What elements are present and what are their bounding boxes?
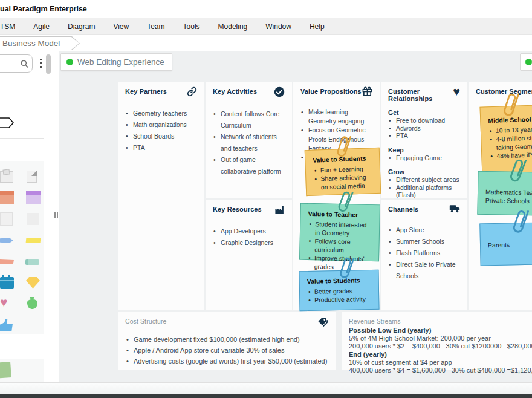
title-bar: ual Paradigm Enterprise bbox=[0, 0, 532, 18]
tab-business-model[interactable]: Business Model bbox=[0, 36, 80, 50]
blue-thumbs-up-icon[interactable] bbox=[4, 318, 19, 333]
truck-icon bbox=[449, 204, 460, 216]
group-header: Get bbox=[388, 108, 464, 117]
bullet-item: Different subject areas bbox=[388, 176, 464, 184]
green-card-icon[interactable] bbox=[0, 359, 16, 373]
section-title: Customer Relationships bbox=[388, 88, 453, 102]
section-cost-structure[interactable]: Cost Structure Game development fixed $1… bbox=[118, 312, 336, 370]
scrollbar-thumb[interactable] bbox=[46, 54, 51, 74]
sticky-note-parents[interactable]: Parents bbox=[479, 221, 532, 266]
bullet-item: Game development fixed $100,000 (estimat… bbox=[125, 334, 332, 345]
group-header: Keep bbox=[388, 146, 464, 154]
bullet-item: Apple / Android App store cut variable 3… bbox=[125, 345, 332, 356]
section-title: Key Activities bbox=[213, 88, 257, 95]
hexagon-shape-tool[interactable] bbox=[0, 117, 15, 129]
bullet-item: Content follows Core Curriculum bbox=[213, 108, 288, 131]
bullet-item: Adwords bbox=[388, 125, 464, 132]
note-bullet: Productive activity bbox=[307, 295, 371, 304]
shape-palette-sidebar: ♥ bbox=[0, 51, 44, 382]
purple-sticky-note-icon[interactable] bbox=[25, 191, 41, 206]
section-title: Cost Structure bbox=[125, 318, 167, 325]
section-channels[interactable]: Channels App StoreSummer SchoolsFlash Pl… bbox=[381, 200, 467, 310]
palette-section-shapes bbox=[0, 106, 44, 139]
pink-heart-icon[interactable]: ♥ bbox=[4, 297, 19, 312]
note-bullet: Improve students' grades bbox=[307, 253, 372, 272]
panel-divider[interactable] bbox=[53, 51, 59, 382]
status-bar bbox=[0, 382, 532, 394]
gray-sticky-note-icon[interactable] bbox=[4, 170, 19, 184]
teal-eraser-icon[interactable] bbox=[25, 255, 41, 269]
yellow-highlight-icon[interactable] bbox=[25, 233, 41, 248]
heart-icon: ♥ bbox=[453, 86, 460, 98]
bullet-item: App Developers bbox=[213, 226, 288, 237]
gray-note-icon[interactable] bbox=[4, 212, 19, 227]
section-title: Key Partners bbox=[125, 88, 167, 95]
bullet-item: Summer Schools bbox=[388, 236, 464, 247]
gift-icon bbox=[362, 86, 372, 99]
palette-section-blank bbox=[0, 82, 44, 106]
bullet-item: PTA bbox=[388, 132, 464, 140]
factory-icon bbox=[274, 204, 285, 217]
menu-item[interactable]: Tools bbox=[183, 22, 200, 31]
bullet-item: Advertising costs (google ad words) firs… bbox=[125, 356, 332, 367]
section-customer-relationships[interactable]: Customer Relationships ♥ Get Free to dow… bbox=[381, 82, 467, 198]
bullet-item: Math organizations bbox=[125, 119, 201, 131]
blue-calendar-icon[interactable] bbox=[4, 276, 19, 290]
blue-pencil-icon[interactable] bbox=[4, 233, 19, 248]
sidebar-scroll-track bbox=[44, 51, 53, 382]
menu-item[interactable]: Window bbox=[265, 22, 291, 31]
menu-item[interactable]: Agile bbox=[33, 22, 50, 31]
tab-bar: Business Model bbox=[0, 35, 532, 51]
collaborator-presence-badge-right[interactable] bbox=[520, 53, 532, 71]
section-key-partners[interactable]: Key Partners Geometry teachersMath organ… bbox=[118, 82, 204, 310]
menu-item[interactable]: View bbox=[113, 22, 129, 31]
menu-bar: TSMAgileDiagramViewTeamToolsModelingWind… bbox=[0, 18, 532, 35]
bullet-item: Engaging Game bbox=[388, 154, 464, 162]
gray-square-note-icon[interactable] bbox=[25, 212, 41, 227]
section-key-activities[interactable]: Key Activities Content follows Core Curr… bbox=[206, 82, 292, 198]
menu-item[interactable]: Modeling bbox=[218, 22, 248, 31]
section-revenue-streams[interactable]: Revenue Streams Possible Low End (yearly… bbox=[342, 312, 532, 370]
sticky-note-value-to-students[interactable]: Value to Students Fun + LearningShare ac… bbox=[305, 148, 381, 196]
diagram-canvas[interactable]: Web Editing Experience Key Partners Geom… bbox=[59, 51, 532, 382]
section-title: Key Resources bbox=[213, 206, 262, 213]
note-bullet: Student interested in Geometry bbox=[308, 220, 372, 238]
salmon-sticky-note-icon[interactable] bbox=[4, 191, 19, 206]
visual-paradigm-window: ual Paradigm Enterprise TSMAgileDiagramV… bbox=[0, 0, 532, 398]
note-bullet: Share achieving on social media bbox=[313, 172, 373, 191]
menu-item[interactable]: TSM bbox=[0, 22, 15, 31]
revenue-line: Possible Low End (yearly) bbox=[349, 327, 532, 334]
bullet-item: Additional platforms (Flash) bbox=[388, 184, 464, 199]
folded-note-icon[interactable] bbox=[25, 170, 41, 184]
revenue-line: 200,000 users * $2 = $400,000 - 30% cut … bbox=[349, 342, 532, 350]
collapse-handle-icon[interactable] bbox=[54, 212, 58, 218]
search-icon bbox=[20, 59, 29, 68]
note-bullet: Follows core curriculum bbox=[307, 237, 372, 255]
bullet-item: Free to download bbox=[388, 117, 464, 125]
more-options-icon[interactable] bbox=[40, 59, 42, 68]
salmon-ribbon-icon[interactable] bbox=[4, 255, 19, 269]
menu-item[interactable]: Diagram bbox=[68, 22, 95, 31]
revenue-line: End (yearly) bbox=[349, 351, 532, 359]
section-title: Channels bbox=[388, 206, 418, 213]
link-icon bbox=[187, 86, 197, 99]
presence-label: Web Editing Experience bbox=[77, 57, 164, 67]
sticker-palette-2 bbox=[0, 359, 44, 382]
section-key-resources[interactable]: Key Resources App DevelopersGraphic Desi… bbox=[206, 200, 292, 310]
yellow-gem-icon[interactable] bbox=[25, 276, 41, 290]
menu-item[interactable]: Team bbox=[147, 22, 164, 31]
bullet-item: Make learning Geometry engaging bbox=[300, 108, 376, 126]
search-input[interactable] bbox=[0, 54, 33, 73]
sticky-note-value-to-teacher[interactable]: Value to Teacher Student interested in G… bbox=[299, 203, 380, 262]
note-bullet: 4-8 million students taking Geometry bbox=[488, 132, 532, 152]
bullet-item: Direct Sale to Private Schools bbox=[388, 259, 464, 282]
check-circle-icon bbox=[274, 86, 285, 100]
collaborator-presence-badge[interactable]: Web Editing Experience bbox=[60, 53, 172, 71]
bullet-item: Out of game collaborative platform bbox=[213, 154, 288, 177]
window-title: ual Paradigm Enterprise bbox=[0, 5, 87, 13]
green-moneybag-icon[interactable] bbox=[25, 297, 41, 312]
tags-icon bbox=[317, 316, 328, 330]
menu-item[interactable]: Help bbox=[310, 22, 325, 31]
sticker-palette: ♥ bbox=[0, 161, 44, 334]
sticky-note-value-to-students-2[interactable]: Value to Students Better gradesProductiv… bbox=[299, 270, 379, 311]
